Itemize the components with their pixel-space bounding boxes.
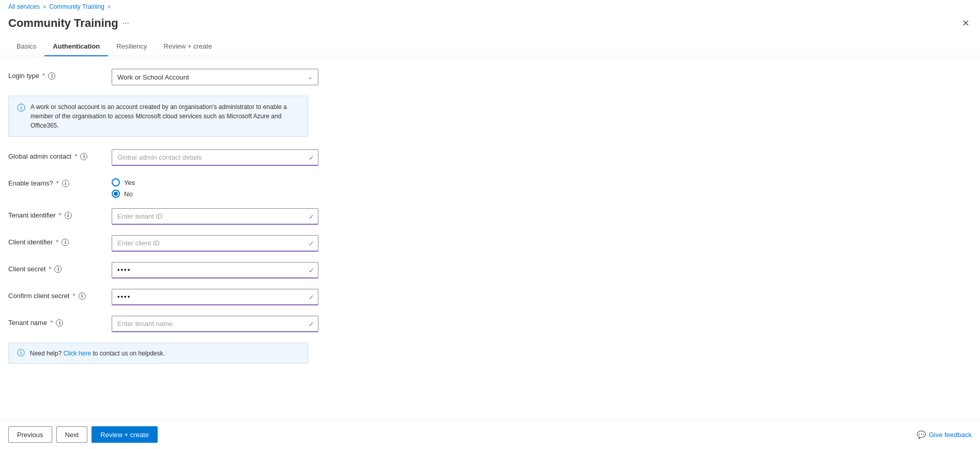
next-button[interactable]: Next (56, 426, 88, 443)
client-secret-label: Client secret * ℹ (8, 262, 112, 273)
client-secret-check-icon: ✓ (309, 267, 314, 274)
tenant-name-label: Tenant name * ℹ (8, 316, 112, 327)
login-type-required: * (42, 72, 45, 80)
breadcrumb-sep2: > (108, 4, 111, 10)
tab-resiliency[interactable]: Resiliency (108, 37, 155, 56)
tenant-identifier-control: ✓ (112, 208, 318, 225)
confirm-secret-input-wrapper: ✓ (112, 289, 318, 305)
enable-teams-radio-group: Yes No (112, 176, 318, 198)
client-id-check-icon: ✓ (309, 240, 314, 247)
confirm-secret-required: * (72, 292, 75, 300)
footer-left: Previous Next Review + create (8, 426, 158, 443)
confirm-secret-check-icon: ✓ (309, 293, 314, 301)
page-title: Community Training (8, 17, 118, 30)
client-secret-info-icon[interactable]: ℹ (54, 266, 62, 273)
client-identifier-input[interactable] (112, 235, 318, 252)
client-id-required: * (56, 238, 58, 246)
tenant-id-input-wrapper: ✓ (112, 208, 318, 225)
info-box-text: A work or school account is an account c… (30, 102, 299, 130)
confirm-client-secret-label: Confirm client secret * ℹ (8, 289, 112, 300)
login-type-dropdown[interactable]: Work or School Account ⌄ (112, 69, 318, 85)
enable-teams-info-icon[interactable]: ℹ (62, 180, 69, 187)
tenant-identifier-input[interactable] (112, 208, 318, 225)
confirm-client-secret-input[interactable] (112, 289, 318, 305)
close-button[interactable]: ✕ (960, 16, 972, 31)
tabs-bar: Basics Authentication Resiliency Review … (0, 37, 980, 56)
give-feedback-label: Give feedback (929, 431, 972, 439)
main-content: Login type * ℹ Work or School Account ⌄ … (0, 56, 980, 420)
give-feedback-link[interactable]: 💬 Give feedback (917, 430, 972, 439)
radio-no-label: No (124, 190, 133, 198)
client-secret-input-wrapper: ✓ (112, 262, 318, 278)
help-info-icon: ⓘ (17, 348, 25, 358)
review-create-button[interactable]: Review + create (91, 426, 158, 443)
client-secret-required: * (49, 265, 51, 273)
confirm-client-secret-row: Confirm client secret * ℹ ✓ (8, 289, 972, 305)
confirm-client-secret-control: ✓ (112, 289, 318, 305)
feedback-icon: 💬 (917, 430, 926, 439)
tenant-name-input[interactable] (112, 316, 318, 332)
client-identifier-control: ✓ (112, 235, 318, 252)
client-identifier-row: Client identifier * ℹ ✓ (8, 235, 972, 252)
global-admin-required: * (74, 152, 77, 160)
enable-teams-label: Enable teams? * ℹ (8, 176, 112, 187)
global-admin-contact-control: ✓ (112, 149, 318, 166)
global-admin-contact-input[interactable] (112, 149, 318, 166)
tenant-id-check-icon: ✓ (309, 213, 314, 221)
login-type-info-box: ⓘ A work or school account is an account… (8, 96, 308, 137)
radio-no-input[interactable] (112, 190, 120, 198)
tenant-id-info-icon[interactable]: ℹ (65, 212, 72, 219)
client-identifier-label: Client identifier * ℹ (8, 235, 112, 246)
login-type-info-icon[interactable]: ℹ (48, 72, 55, 80)
tenant-name-check-icon: ✓ (309, 320, 314, 328)
client-secret-input[interactable] (112, 262, 318, 278)
tab-review-create[interactable]: Review + create (156, 37, 221, 56)
global-admin-input-wrapper: ✓ (112, 149, 318, 166)
tenant-name-info-icon[interactable]: ℹ (56, 319, 63, 327)
enable-teams-required: * (56, 179, 59, 187)
previous-button[interactable]: Previous (8, 426, 52, 443)
enable-teams-no-option[interactable]: No (112, 190, 318, 198)
global-admin-contact-label: Global admin contact * ℹ (8, 149, 112, 160)
enable-teams-control: Yes No (112, 176, 318, 198)
info-circle-icon: ⓘ (17, 103, 25, 114)
enable-teams-row: Enable teams? * ℹ Yes No (8, 176, 972, 198)
radio-yes-input[interactable] (112, 178, 120, 187)
tenant-identifier-label: Tenant identifier * ℹ (8, 208, 112, 219)
tenant-name-input-wrapper: ✓ (112, 316, 318, 332)
login-type-label: Login type * ℹ (8, 69, 112, 80)
breadcrumb-all-services[interactable]: All services (8, 3, 40, 10)
login-type-value: Work or School Account (117, 73, 189, 81)
help-box: ⓘ Need help? Click here to contact us on… (8, 343, 308, 364)
tenant-name-control: ✓ (112, 316, 318, 332)
radio-yes-label: Yes (124, 179, 135, 187)
login-type-control: Work or School Account ⌄ (112, 69, 318, 85)
footer: Previous Next Review + create 💬 Give fee… (0, 420, 980, 449)
helpdesk-link[interactable]: Click here (64, 350, 91, 357)
page-title-bar: Community Training ··· ✕ (0, 13, 980, 37)
client-id-info-icon[interactable]: ℹ (62, 239, 69, 246)
tenant-id-required: * (59, 211, 62, 219)
help-box-text: Need help? Click here to contact us on h… (30, 350, 165, 357)
tenant-name-required: * (50, 319, 53, 327)
breadcrumb-sep1: > (43, 4, 46, 10)
client-id-input-wrapper: ✓ (112, 235, 318, 252)
chevron-down-icon: ⌄ (308, 73, 313, 81)
login-type-row: Login type * ℹ Work or School Account ⌄ (8, 69, 972, 85)
tenant-identifier-row: Tenant identifier * ℹ ✓ (8, 208, 972, 225)
enable-teams-yes-option[interactable]: Yes (112, 178, 318, 187)
tab-basics[interactable]: Basics (8, 37, 44, 56)
confirm-secret-info-icon[interactable]: ℹ (79, 292, 86, 300)
breadcrumb-community-training[interactable]: Community Training (49, 3, 104, 10)
client-secret-row: Client secret * ℹ ✓ (8, 262, 972, 278)
breadcrumb: All services > Community Training > (0, 0, 980, 13)
more-options-icon[interactable]: ··· (122, 19, 129, 28)
check-icon: ✓ (309, 154, 314, 162)
tenant-name-row: Tenant name * ℹ ✓ (8, 316, 972, 332)
global-admin-info-icon[interactable]: ℹ (80, 153, 87, 160)
global-admin-contact-row: Global admin contact * ℹ ✓ (8, 149, 972, 166)
tab-authentication[interactable]: Authentication (44, 37, 108, 56)
client-secret-control: ✓ (112, 262, 318, 278)
